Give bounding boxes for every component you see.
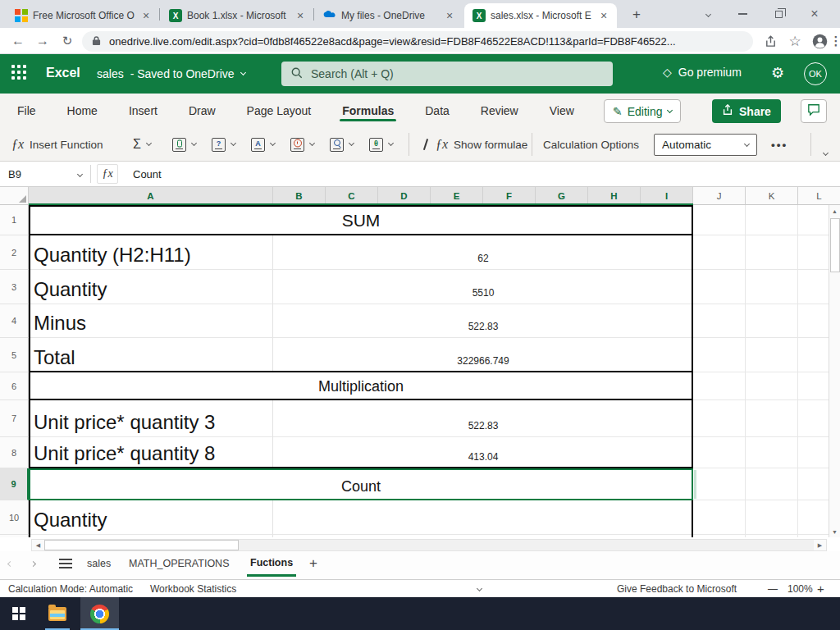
cell-l9[interactable]: [798, 468, 829, 500]
cell-l8[interactable]: [798, 437, 829, 468]
url-text[interactable]: onedrive.live.com/edit.aspx?cid=0fdb8f46…: [109, 35, 676, 48]
cell-j7[interactable]: [693, 400, 746, 437]
profile-avatar-icon[interactable]: [810, 32, 829, 50]
more-commands-button[interactable]: •••: [771, 128, 788, 161]
new-tab-button[interactable]: +: [628, 6, 646, 24]
cell-j5[interactable]: [693, 338, 746, 372]
browser-tab-sales-active[interactable]: X sales.xlsx - Microsoft E ×: [464, 3, 617, 28]
column-header-h[interactable]: H: [588, 187, 641, 205]
cell-l6[interactable]: [798, 372, 829, 400]
cell-section-multiplication[interactable]: Multiplication: [29, 372, 693, 400]
menu-review[interactable]: Review: [480, 95, 519, 126]
tab-search-chevron-icon[interactable]: [696, 0, 720, 28]
close-tab-icon[interactable]: ×: [597, 9, 610, 22]
menu-insert[interactable]: Insert: [128, 95, 158, 126]
menu-formulas-active[interactable]: Formulas: [341, 95, 395, 126]
cell-b2-value[interactable]: 62: [273, 235, 693, 270]
cell-k7[interactable]: [746, 400, 798, 437]
cell-a10[interactable]: Quantity: [29, 500, 273, 535]
status-options-chevron-icon[interactable]: [477, 580, 482, 597]
column-header-d[interactable]: D: [378, 187, 431, 205]
name-box[interactable]: B9: [0, 162, 90, 186]
window-minimize-button[interactable]: [730, 0, 755, 28]
browser-tab-office[interactable]: Free Microsoft Office O ×: [7, 3, 159, 28]
doc-name[interactable]: sales: [97, 67, 124, 80]
file-explorer-icon[interactable]: [39, 597, 75, 630]
cell-a4[interactable]: Minus: [29, 304, 273, 338]
close-tab-icon[interactable]: ×: [139, 9, 153, 22]
window-close-button[interactable]: ×: [802, 0, 827, 28]
cell-a5[interactable]: Total: [29, 338, 273, 372]
row-header-7[interactable]: 7: [0, 400, 29, 437]
column-header-j[interactable]: J: [693, 187, 746, 205]
forward-icon[interactable]: →: [33, 31, 52, 51]
column-header-l[interactable]: L: [798, 187, 840, 205]
close-tab-icon[interactable]: ×: [443, 9, 456, 22]
zoom-out-button[interactable]: —: [768, 580, 778, 597]
column-header-k[interactable]: K: [746, 187, 798, 205]
formula-input[interactable]: Count: [133, 162, 162, 186]
column-header-f[interactable]: F: [483, 187, 536, 205]
cell-l1[interactable]: [798, 205, 829, 235]
vertical-scrollbar[interactable]: ▲ ▼: [829, 205, 840, 537]
cell-b3-value[interactable]: 5510: [273, 270, 693, 304]
insert-function-button[interactable]: ƒx Insert Function: [11, 128, 103, 161]
app-name[interactable]: Excel: [46, 66, 80, 80]
editing-mode-button[interactable]: ✎ Editing: [604, 99, 681, 123]
sheet-prev-chevron-icon[interactable]: [8, 551, 12, 576]
cell-l3[interactable]: [798, 270, 829, 304]
bookmark-star-icon[interactable]: ☆: [786, 32, 804, 50]
cell-a3[interactable]: Quantity: [29, 270, 273, 304]
autosum-button[interactable]: Σ: [133, 128, 151, 161]
row-header-8[interactable]: 8: [0, 437, 29, 468]
menu-page-layout[interactable]: Page Layout: [246, 95, 313, 126]
cell-k2[interactable]: [746, 235, 798, 270]
cell-section-sum[interactable]: SUM: [29, 205, 693, 235]
back-icon[interactable]: ←: [8, 31, 28, 51]
menu-view[interactable]: View: [549, 95, 575, 126]
cell-k5[interactable]: [746, 338, 798, 372]
cell-a7[interactable]: Unit price* quantity 3: [29, 400, 273, 437]
cell-k8[interactable]: [746, 437, 798, 468]
feedback-link[interactable]: Give Feedback to Microsoft: [617, 580, 737, 597]
cell-j1[interactable]: [693, 205, 746, 235]
sheet-list-menu-icon[interactable]: [59, 551, 72, 576]
cell-b10-value[interactable]: [273, 500, 693, 535]
sheet-tab-fuctions-active[interactable]: Fuctions: [247, 551, 296, 577]
cell-k4[interactable]: [746, 304, 798, 338]
menu-file[interactable]: File: [16, 95, 37, 126]
chrome-icon[interactable]: [80, 597, 119, 630]
sheet-tab-math-operations[interactable]: MATH_OPERATIONS: [126, 551, 232, 576]
cell-k3[interactable]: [746, 270, 798, 304]
menu-home[interactable]: Home: [66, 95, 98, 126]
cell-l5[interactable]: [798, 338, 829, 372]
search-input[interactable]: Search (Alt + Q): [281, 62, 613, 86]
cell-k1[interactable]: [746, 205, 798, 235]
column-header-g[interactable]: G: [536, 187, 588, 205]
logical-functions-button[interactable]: ?: [212, 128, 235, 161]
insert-function-fx-button[interactable]: ƒx: [97, 164, 118, 184]
sheet-next-chevron-icon[interactable]: [31, 551, 35, 576]
account-avatar[interactable]: OK: [804, 62, 827, 85]
lookup-functions-button[interactable]: [330, 128, 354, 161]
cell-j2[interactable]: [693, 235, 746, 270]
calculation-mode-dropdown[interactable]: Automatic: [654, 134, 757, 156]
column-header-c[interactable]: C: [326, 187, 378, 205]
show-formulae-button[interactable]: ƒx Show formulae: [422, 128, 527, 161]
browser-tab-onedrive[interactable]: My files - OneDrive ×: [315, 3, 463, 28]
workbook-statistics-button[interactable]: Workbook Statistics: [150, 580, 236, 597]
cell-j9[interactable]: [693, 468, 746, 500]
row-header-6[interactable]: 6: [0, 372, 29, 400]
scroll-up-arrow-icon[interactable]: ▲: [829, 205, 840, 217]
cell-k9[interactable]: [746, 468, 798, 500]
scroll-right-arrow-icon[interactable]: ▶: [814, 540, 826, 550]
column-header-b[interactable]: B: [273, 187, 326, 205]
document-title[interactable]: sales - Saved to OneDrive: [97, 67, 245, 80]
cell-j8[interactable]: [693, 437, 746, 468]
browser-menu-icon[interactable]: ⋮: [827, 32, 840, 50]
row-header-9[interactable]: 9: [0, 468, 29, 500]
cell-b5-value[interactable]: 322966.749: [273, 338, 693, 372]
cell-section-count-selected[interactable]: Count: [29, 468, 693, 500]
cell-j10[interactable]: [693, 500, 746, 535]
sheet-tab-sales[interactable]: sales: [84, 551, 114, 576]
